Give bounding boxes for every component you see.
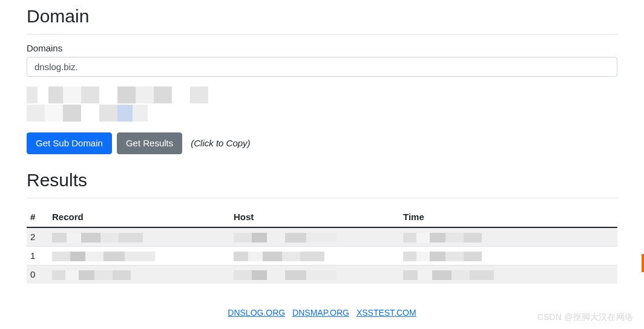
footer-link-xsstest[interactable]: XSSTEST.COM	[356, 308, 416, 318]
redacted-value	[234, 233, 337, 243]
redacted-value	[403, 252, 482, 261]
redacted-value	[403, 270, 494, 280]
col-header-time: Time	[399, 207, 617, 227]
domain-title: Domain	[27, 6, 617, 27]
footer-links: DNSLOG.ORG DNSMAP.ORG XSSTEST.COM	[27, 308, 617, 318]
cell-num: 0	[27, 265, 48, 284]
redacted-value	[403, 233, 482, 243]
cell-time	[399, 265, 617, 284]
click-to-copy-hint: (Click to Copy)	[191, 138, 250, 148]
get-sub-domain-button[interactable]: Get Sub Domain	[27, 132, 112, 154]
watermark: CSDN @抠脚大汉在网络	[537, 312, 633, 323]
cell-host	[230, 265, 399, 284]
domains-label: Domains	[27, 43, 617, 53]
cell-record	[48, 246, 230, 265]
table-row: 1	[27, 246, 617, 265]
get-results-button[interactable]: Get Results	[117, 132, 182, 154]
redacted-value	[234, 252, 324, 261]
redacted-block	[27, 86, 208, 122]
cell-host	[230, 246, 399, 265]
cell-time	[399, 227, 617, 247]
col-header-num: #	[27, 207, 48, 227]
table-row: 0	[27, 265, 617, 284]
divider	[27, 34, 617, 34]
divider	[27, 198, 617, 198]
col-header-record: Record	[48, 207, 230, 227]
footer-link-dnsmap[interactable]: DNSMAP.ORG	[292, 308, 349, 318]
cell-time	[399, 246, 617, 265]
cell-record	[48, 265, 230, 284]
cell-num: 2	[27, 227, 48, 247]
redacted-value	[234, 270, 337, 280]
redacted-value	[52, 233, 143, 243]
col-header-host: Host	[230, 207, 399, 227]
footer-link-dnslog[interactable]: DNSLOG.ORG	[228, 308, 285, 318]
cell-host	[230, 227, 399, 247]
table-row: 2	[27, 227, 617, 247]
results-title: Results	[27, 170, 617, 191]
domains-input[interactable]	[27, 57, 617, 77]
scroll-indicator	[642, 254, 644, 272]
redacted-value	[52, 270, 131, 280]
cell-record	[48, 227, 230, 247]
cell-num: 1	[27, 246, 48, 265]
results-table: # Record Host Time 2 1 0	[27, 207, 617, 284]
redacted-value	[52, 252, 155, 261]
